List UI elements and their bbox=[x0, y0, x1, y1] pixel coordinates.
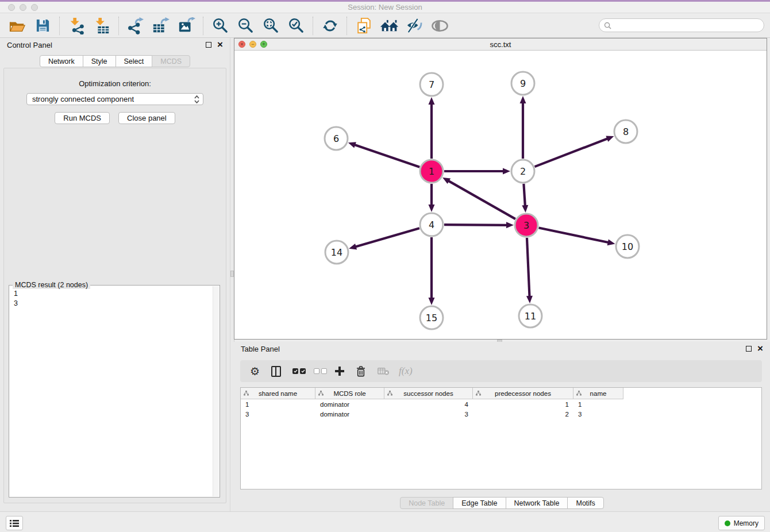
table-cell[interactable]: 3 bbox=[241, 411, 315, 418]
create-column-button[interactable] bbox=[335, 367, 356, 376]
refresh-icon bbox=[322, 17, 338, 34]
graph-edge-2-3[interactable] bbox=[523, 184, 525, 206]
zoom-fit-button[interactable] bbox=[261, 16, 280, 36]
tab-network-table[interactable]: Network Table bbox=[506, 497, 568, 509]
tab-style[interactable]: Style bbox=[83, 55, 116, 67]
column-header-mcds-role[interactable]: MCDS role bbox=[315, 388, 384, 399]
graph-node-8[interactable]: 8 bbox=[614, 120, 637, 143]
column-header-label: predecessor nodes bbox=[495, 390, 551, 397]
graph-edge-4-3[interactable] bbox=[444, 225, 507, 225]
select-all-rows-button[interactable] bbox=[292, 368, 314, 374]
close-panel-icon[interactable]: × bbox=[757, 346, 763, 352]
table-cell[interactable]: 1 bbox=[241, 401, 315, 408]
export-table-button[interactable] bbox=[151, 16, 171, 36]
graph-node-10[interactable]: 10 bbox=[616, 235, 639, 258]
show-hide-style-button[interactable] bbox=[405, 16, 424, 36]
tab-node-table[interactable]: Node Table bbox=[400, 497, 453, 509]
mcds-result-textarea[interactable]: 13 bbox=[10, 287, 212, 496]
deselect-all-rows-button[interactable] bbox=[314, 368, 335, 374]
graph-node-9[interactable]: 9 bbox=[511, 72, 534, 95]
save-session-button[interactable] bbox=[33, 16, 52, 36]
table-cell[interactable]: dominator bbox=[315, 401, 384, 408]
zoom-traffic-light[interactable] bbox=[31, 4, 38, 11]
run-mcds-button[interactable]: Run MCDS bbox=[55, 112, 110, 124]
tab-mcds[interactable]: MCDS bbox=[152, 55, 190, 67]
minimize-traffic-light[interactable] bbox=[20, 4, 26, 11]
close-traffic-light[interactable]: × bbox=[238, 41, 245, 48]
table-row[interactable]: 3dominator323 bbox=[241, 409, 761, 419]
network-graph[interactable]: 7968124314101511 bbox=[234, 51, 767, 340]
tab-select[interactable]: Select bbox=[116, 55, 153, 67]
zoom-out-button[interactable] bbox=[236, 16, 255, 36]
criterion-dropdown[interactable]: strongly connected component bbox=[26, 93, 203, 105]
network-window-titlebar[interactable]: × − + scc.txt bbox=[234, 38, 767, 51]
graph-node-3[interactable]: 3 bbox=[515, 214, 538, 237]
result-scrollbar[interactable] bbox=[213, 286, 219, 496]
node-table[interactable]: shared nameMCDS rolesuccessor nodesprede… bbox=[240, 387, 762, 489]
graph-edge-3-11[interactable] bbox=[527, 238, 530, 296]
task-history-button[interactable] bbox=[6, 516, 23, 530]
graph-edge-3-1[interactable] bbox=[449, 181, 515, 219]
graph-edge-3-10[interactable] bbox=[539, 228, 609, 242]
import-network-button[interactable] bbox=[67, 16, 86, 36]
close-panel-button[interactable]: Close panel bbox=[118, 112, 175, 124]
column-type-icon bbox=[576, 391, 582, 396]
table-cell[interactable]: 1 bbox=[573, 401, 623, 408]
graph-node-4[interactable]: 4 bbox=[420, 213, 443, 236]
column-header-label: successor nodes bbox=[403, 390, 453, 397]
column-header-name[interactable]: name bbox=[573, 388, 623, 399]
table-cell[interactable]: 4 bbox=[384, 401, 473, 408]
graph-node-1[interactable]: 1 bbox=[420, 160, 443, 183]
table-cell[interactable]: 1 bbox=[473, 401, 573, 408]
search-field[interactable] bbox=[599, 18, 764, 32]
import-table-button[interactable] bbox=[92, 16, 111, 36]
memory-button[interactable]: Memory bbox=[718, 516, 765, 530]
open-session-button[interactable] bbox=[7, 16, 27, 36]
graph-node-7[interactable]: 7 bbox=[420, 73, 443, 96]
table-cell[interactable]: 3 bbox=[384, 411, 473, 418]
tab-network[interactable]: Network bbox=[40, 55, 83, 67]
graph-edge-4-14[interactable] bbox=[356, 228, 419, 246]
show-hide-preview-button[interactable] bbox=[430, 16, 449, 36]
tab-edge-table[interactable]: Edge Table bbox=[453, 497, 506, 509]
clone-network-button[interactable] bbox=[354, 16, 374, 36]
zoom-traffic-light[interactable]: + bbox=[260, 41, 267, 48]
close-traffic-light[interactable] bbox=[8, 4, 15, 11]
close-panel-icon[interactable]: × bbox=[217, 42, 223, 48]
network-canvas[interactable]: 7968124314101511 bbox=[234, 51, 767, 339]
graph-node-6[interactable]: 6 bbox=[325, 127, 348, 150]
zoom-in-button[interactable] bbox=[210, 16, 230, 36]
column-header-successor-nodes[interactable]: successor nodes bbox=[384, 388, 473, 399]
table-settings-button[interactable]: ⚙ bbox=[250, 365, 271, 377]
first-neighbors-button[interactable] bbox=[379, 16, 399, 36]
float-panel-icon[interactable] bbox=[746, 346, 752, 352]
delete-rows-button[interactable] bbox=[356, 366, 378, 377]
graph-node-2[interactable]: 2 bbox=[511, 160, 534, 183]
column-header-shared-name[interactable]: shared name bbox=[241, 388, 315, 399]
apply-layout-button[interactable] bbox=[320, 16, 340, 36]
minimize-traffic-light[interactable]: − bbox=[249, 41, 256, 48]
graph-node-15[interactable]: 15 bbox=[420, 306, 443, 329]
zoom-selected-icon bbox=[288, 17, 305, 34]
zoom-selected-button[interactable] bbox=[286, 16, 306, 36]
graph-node-11[interactable]: 11 bbox=[519, 304, 542, 327]
float-panel-icon[interactable] bbox=[206, 42, 211, 48]
edge-arrowhead bbox=[522, 205, 528, 213]
graph-edge-1-6[interactable] bbox=[355, 145, 419, 167]
export-network-button[interactable] bbox=[126, 16, 145, 36]
table-cell[interactable]: 3 bbox=[573, 411, 623, 418]
edge-arrowhead bbox=[429, 205, 435, 212]
table-cell[interactable]: dominator bbox=[315, 411, 384, 418]
table-row[interactable]: 1dominator411 bbox=[241, 399, 761, 409]
table-cell[interactable]: 2 bbox=[473, 411, 573, 418]
export-image-button[interactable] bbox=[176, 16, 196, 36]
search-input[interactable] bbox=[615, 21, 759, 29]
control-panel: Control Panel × NetworkStyleSelectMCDS O… bbox=[0, 38, 230, 511]
graph-node-14[interactable]: 14 bbox=[325, 241, 348, 264]
window-title: Session: New Session bbox=[0, 2, 770, 13]
tab-motifs[interactable]: Motifs bbox=[567, 497, 603, 509]
graph-edge-2-8[interactable] bbox=[535, 138, 608, 167]
column-header-predecessor-nodes[interactable]: predecessor nodes bbox=[473, 388, 573, 399]
criterion-dropdown-value: strongly connected component bbox=[32, 95, 134, 103]
show-columns-button[interactable] bbox=[271, 366, 292, 377]
